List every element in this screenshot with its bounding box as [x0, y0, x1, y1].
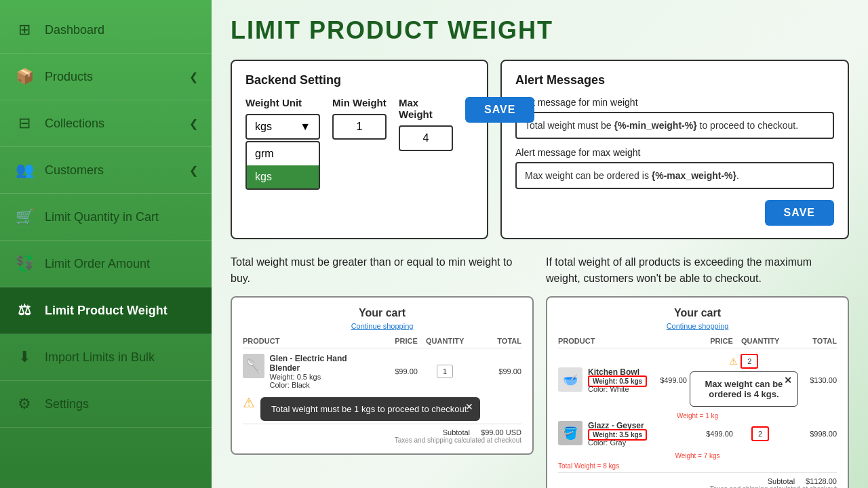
cart-subtotal-left: Subtotal $99.00 USD	[243, 424, 521, 436]
top-panels: Backend Setting Weight Unit kgs ▼ grm kg…	[231, 60, 849, 239]
collections-icon: ⊟	[14, 113, 35, 134]
bowl-image: 🥣	[558, 367, 583, 392]
subtotal-value-left: $99.00 USD	[481, 428, 521, 436]
weight-icon: ⚖	[14, 300, 35, 321]
min-weight-toast: ✕ Total weight must be 1 kgs to proceed …	[260, 397, 480, 421]
dashboard-icon: ⊞	[14, 19, 35, 41]
subtotal-label-left: Subtotal	[443, 428, 470, 436]
qty-box-right-2: 2	[751, 426, 769, 441]
product-total-left: $99.00	[472, 367, 521, 375]
sidebar-item-label: Limit Product Weight	[45, 304, 167, 318]
sidebar-item-limit-quantity[interactable]: 🛒 Limit Quantity in Cart	[0, 194, 212, 241]
product-name-left: Glen - Electric Hand Blender	[270, 354, 366, 373]
weight-unit-dropdown[interactable]: kgs ▼	[245, 114, 320, 140]
order-icon: 💱	[14, 253, 35, 274]
qty-box-right-1: 2	[741, 354, 758, 369]
cart-row-right-1: 🥣 Kitchen Bowl Weight: 0.5 kgs Color: Wh…	[558, 354, 837, 407]
col-total: TOTAL	[472, 337, 521, 345]
max-weight-input[interactable]	[399, 125, 453, 151]
sidebar-item-label: Import Limits in Bulk	[45, 350, 155, 365]
option-kgs[interactable]: kgs	[247, 165, 319, 188]
qty-box-left: 1	[437, 365, 453, 378]
max-alert-close[interactable]: ✕	[784, 375, 792, 386]
product-price-left: $99.00	[368, 367, 418, 375]
sidebar-item-label: Customers	[45, 163, 104, 178]
min-weight-input[interactable]	[332, 114, 387, 140]
product-details-right-2: Glazz - Geyser Weight: 3.5 kgs Color: Gr…	[588, 421, 647, 447]
sidebar-item-label: Limit Order Amount	[45, 257, 150, 271]
weight-note-1: Weight = 1 kg	[558, 412, 837, 420]
subtotal-label-right: Subtotal	[768, 477, 795, 485]
backend-save-button[interactable]: SAVE	[465, 97, 534, 123]
sidebar: ⊞ Dashboard 📦 Products ❮ ⊟ Collections ❮…	[0, 0, 212, 488]
sidebar-item-label: Collections	[45, 117, 104, 131]
product-qty-left: 1	[420, 365, 470, 378]
sidebar-item-limit-weight[interactable]: ⚖ Limit Product Weight	[0, 287, 212, 334]
cart-row-right-2: 🪣 Glazz - Geyser Weight: 3.5 kgs Color: …	[558, 421, 837, 447]
bottom-left: Total weight must be greater than or equ…	[231, 254, 534, 455]
dropdown-arrow-icon: ▼	[300, 121, 311, 133]
settings-icon: ⚙	[14, 393, 35, 415]
subtotal-value-right: $1128.00	[806, 477, 837, 485]
sidebar-item-label: Settings	[45, 397, 89, 411]
toast-text-left: Total weight must be 1 kgs to proceed to…	[271, 404, 469, 414]
sidebar-item-products[interactable]: 📦 Products ❮	[0, 54, 212, 100]
col-price-r: PRICE	[684, 337, 733, 345]
cart-header-right: PRODUCT PRICE QUANTITY TOTAL	[558, 337, 837, 348]
cart-note-right: Taxes and shipping calculated at checkou…	[558, 485, 837, 488]
product-total-right-1: $130.00	[801, 376, 837, 384]
product-price-right-2: $499.00	[684, 430, 733, 438]
sidebar-item-customers[interactable]: 👥 Customers ❮	[0, 147, 212, 194]
warning-icon-left: ⚠	[243, 394, 255, 411]
alert-messages-panel: Alert Messages Alert message for min wei…	[500, 60, 849, 239]
qty-alert-row-1: ⚠ 2	[729, 354, 758, 369]
cart-continue-left[interactable]: Continue shopping	[243, 322, 521, 330]
alert-messages-title: Alert Messages	[515, 73, 834, 87]
sidebar-item-label: Dashboard	[45, 23, 104, 37]
alert-save-button[interactable]: SAVE	[765, 200, 834, 226]
min-alert-input[interactable]: Total weight must be {%-min_weight-%} to…	[515, 112, 834, 139]
sidebar-item-collections[interactable]: ⊟ Collections ❮	[0, 100, 212, 147]
main-content: LIMIT PRODUCT WEIGHT Backend Setting Wei…	[212, 0, 868, 488]
cart-note-left: Taxes and shipping calculated at checkou…	[243, 436, 521, 444]
product-details-right-1: Kitchen Bowl Weight: 0.5 kgs Color: Whit…	[588, 367, 647, 393]
sidebar-item-limit-order[interactable]: 💱 Limit Order Amount	[0, 241, 212, 287]
max-weight-column: Max Weight	[399, 97, 453, 151]
backend-setting-title: Backend Setting	[245, 73, 473, 87]
chevron-icon: ❮	[189, 164, 198, 177]
sidebar-item-dashboard[interactable]: ⊞ Dashboard	[0, 7, 212, 54]
min-weight-column: Min Weight	[332, 97, 387, 140]
max-alert-box: ✕ Max weight can be ordered is 4 kgs.	[690, 371, 798, 407]
toast-close-left[interactable]: ✕	[465, 401, 473, 412]
sidebar-item-label: Limit Quantity in Cart	[45, 210, 159, 224]
max-alert-input[interactable]: Max weight can be ordered is {%-max_weig…	[515, 162, 834, 189]
alert-toast-row: ⚠ ✕ Total weight must be 1 kgs to procee…	[243, 394, 521, 421]
col-total-r: TOTAL	[787, 337, 837, 345]
cart-preview-right: Your cart Continue shopping PRODUCT PRIC…	[546, 296, 849, 488]
product-qty-right-1: ⚠ 2 ✕ Max weight can be ordered is 4 kgs…	[690, 354, 798, 407]
sidebar-item-settings[interactable]: ⚙ Settings	[0, 381, 212, 428]
import-icon: ⬇	[14, 346, 35, 368]
weight-unit-label: Weight Unit	[245, 97, 320, 108]
cart-icon: 🛒	[14, 206, 35, 228]
description-left: Total weight must be greater than or equ…	[231, 254, 534, 287]
option-grm[interactable]: grm	[247, 142, 319, 165]
cart-product-right-1: 🥣 Kitchen Bowl Weight: 0.5 kgs Color: Wh…	[558, 367, 648, 393]
products-icon: 📦	[14, 66, 35, 87]
sidebar-item-import-limits[interactable]: ⬇ Import Limits in Bulk	[0, 334, 212, 381]
bottom-section: Total weight must be greater than or equ…	[231, 254, 849, 488]
chevron-icon: ❮	[189, 70, 198, 83]
cart-continue-right[interactable]: Continue shopping	[558, 322, 837, 330]
backend-save-area: SAVE	[465, 97, 534, 123]
col-quantity-r: QUANTITY	[736, 337, 785, 345]
cart-title-left: Your cart	[243, 307, 521, 319]
weight-unit-value: kgs	[255, 121, 272, 133]
cart-subtotal-right: Subtotal $1128.00	[558, 472, 837, 485]
warning-icon-right-1: ⚠	[729, 356, 738, 367]
bottom-right: If total weight of all products is excee…	[546, 254, 849, 488]
cart-preview-left: Your cart Continue shopping PRODUCT PRIC…	[231, 296, 534, 455]
col-quantity: QUANTITY	[420, 337, 470, 345]
max-alert-text: Max weight can be ordered is 4 kgs.	[705, 379, 783, 399]
product-total-right-2: $998.00	[787, 430, 837, 438]
col-product-r: PRODUCT	[558, 337, 681, 345]
